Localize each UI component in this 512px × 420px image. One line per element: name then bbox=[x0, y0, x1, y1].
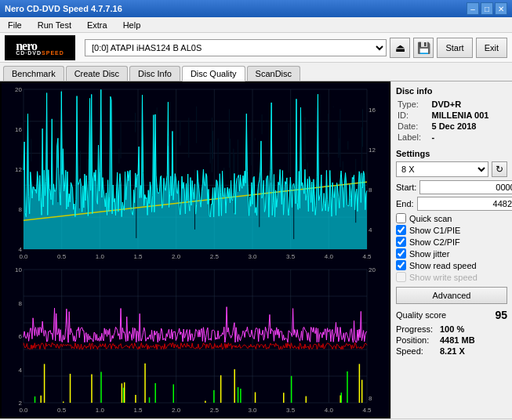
menu-run-test[interactable]: Run Test bbox=[33, 19, 76, 31]
app-title: Nero CD-DVD Speed 4.7.7.16 bbox=[5, 4, 122, 13]
advanced-button[interactable]: Advanced bbox=[396, 287, 507, 304]
save-button[interactable]: 💾 bbox=[413, 38, 434, 58]
show-c2-label: Show C2/PIF bbox=[409, 237, 460, 247]
disc-id-val: MILLENIA 001 bbox=[430, 110, 508, 121]
quality-score-row: Quality score 95 bbox=[396, 309, 507, 321]
tab-disc-quality[interactable]: Disc Quality bbox=[182, 66, 245, 81]
disc-type-val: DVD+R bbox=[430, 99, 508, 110]
show-write-speed-row: Show write speed bbox=[396, 272, 507, 282]
start-mb-row: Start: bbox=[396, 180, 507, 194]
disc-date-val: 5 Dec 2018 bbox=[430, 121, 508, 132]
disc-date-row: Date: 5 Dec 2018 bbox=[396, 121, 507, 132]
quick-scan-label: Quick scan bbox=[409, 214, 452, 223]
progress-row: Progress: 100 % bbox=[396, 324, 507, 334]
minimize-button[interactable]: – bbox=[467, 2, 479, 15]
settings-refresh-button[interactable]: ↻ bbox=[492, 161, 507, 177]
menu-help[interactable]: Help bbox=[118, 19, 146, 31]
progress-label: Progress: bbox=[396, 324, 437, 334]
progress-value: 100 % bbox=[440, 324, 464, 334]
start-button[interactable]: Start bbox=[437, 38, 472, 58]
show-c1-checkbox[interactable] bbox=[396, 225, 406, 235]
menu-bar: File Run Test Extra Help bbox=[0, 17, 512, 33]
chart1-canvas bbox=[2, 83, 389, 263]
end-mb-row: End: bbox=[396, 197, 507, 211]
speed-value: 8.21 X bbox=[440, 346, 465, 356]
disc-date-key: Date: bbox=[396, 121, 430, 132]
disc-type-key: Type: bbox=[396, 99, 430, 110]
charts-area bbox=[0, 81, 390, 418]
start-mb-input[interactable] bbox=[419, 180, 512, 194]
disc-type-row: Type: DVD+R bbox=[396, 99, 507, 110]
show-read-speed-row: Show read speed bbox=[396, 260, 507, 270]
disc-id-row: ID: MILLENIA 001 bbox=[396, 110, 507, 121]
show-write-speed-label: Show write speed bbox=[409, 273, 478, 282]
quality-score-value: 95 bbox=[495, 309, 507, 321]
speed-row: Speed: 8.21 X bbox=[396, 346, 507, 356]
right-panel: Disc info Type: DVD+R ID: MILLENIA 001 D… bbox=[390, 81, 512, 418]
show-read-speed-checkbox[interactable] bbox=[396, 260, 406, 270]
quick-scan-row: Quick scan bbox=[396, 213, 507, 223]
position-label: Position: bbox=[396, 335, 437, 345]
chart1-container bbox=[2, 83, 389, 263]
show-c1-label: Show C1/PIE bbox=[409, 226, 460, 235]
speed-select[interactable]: 8 X 4 X 12 X 16 X Max bbox=[396, 161, 488, 177]
end-mb-input[interactable] bbox=[417, 197, 512, 211]
show-jitter-label: Show jitter bbox=[409, 249, 449, 259]
show-c2-row: Show C2/PIF bbox=[396, 237, 507, 247]
quality-score-label: Quality score bbox=[396, 310, 446, 320]
tab-benchmark[interactable]: Benchmark bbox=[3, 66, 64, 81]
menu-extra[interactable]: Extra bbox=[82, 19, 112, 31]
quick-scan-checkbox[interactable] bbox=[396, 213, 406, 223]
progress-section: Progress: 100 % Position: 4481 MB Speed:… bbox=[396, 324, 507, 356]
main-content: Disc info Type: DVD+R ID: MILLENIA 001 D… bbox=[0, 81, 512, 418]
show-read-speed-label: Show read speed bbox=[409, 261, 477, 270]
toolbar: nero CD·DVDSPEED [0:0] ATAPI iHAS124 B A… bbox=[0, 33, 512, 63]
tab-create-disc[interactable]: Create Disc bbox=[66, 66, 128, 81]
disc-info-table: Type: DVD+R ID: MILLENIA 001 Date: 5 Dec… bbox=[396, 99, 507, 143]
drive-select[interactable]: [0:0] ATAPI iHAS124 B AL0S bbox=[85, 39, 387, 56]
menu-file[interactable]: File bbox=[3, 19, 27, 31]
show-c2-checkbox[interactable] bbox=[396, 237, 406, 247]
speed-setting-row: 8 X 4 X 12 X 16 X Max ↻ bbox=[396, 161, 507, 177]
position-value: 4481 MB bbox=[440, 335, 475, 345]
position-row: Position: 4481 MB bbox=[396, 335, 507, 345]
exit-button[interactable]: Exit bbox=[476, 38, 507, 58]
chart2-container bbox=[2, 263, 389, 417]
settings-title: Settings bbox=[396, 149, 507, 158]
start-mb-label: Start: bbox=[396, 183, 416, 192]
end-mb-label: End: bbox=[396, 199, 414, 208]
window-controls: – □ ✕ bbox=[467, 2, 507, 15]
disc-label-key: Label: bbox=[396, 132, 430, 143]
show-jitter-row: Show jitter bbox=[396, 248, 507, 259]
close-button[interactable]: ✕ bbox=[495, 2, 507, 15]
show-c1-row: Show C1/PIE bbox=[396, 225, 507, 235]
speed-label: Speed: bbox=[396, 346, 437, 356]
eject-button[interactable]: ⏏ bbox=[390, 38, 410, 58]
chart2-canvas bbox=[2, 263, 389, 417]
disc-label-val: - bbox=[430, 132, 508, 143]
disc-label-row: Label: - bbox=[396, 132, 507, 143]
show-write-speed-checkbox[interactable] bbox=[396, 272, 406, 282]
title-bar: Nero CD-DVD Speed 4.7.7.16 – □ ✕ bbox=[0, 0, 512, 17]
disc-id-key: ID: bbox=[396, 110, 430, 121]
nero-logo: nero CD·DVDSPEED bbox=[5, 35, 75, 60]
tabs: Benchmark Create Disc Disc Info Disc Qua… bbox=[0, 63, 512, 81]
tab-disc-info[interactable]: Disc Info bbox=[129, 66, 180, 81]
tab-scan-disc[interactable]: ScanDisc bbox=[247, 66, 300, 81]
show-jitter-checkbox[interactable] bbox=[396, 248, 406, 259]
maximize-button[interactable]: □ bbox=[481, 2, 493, 15]
disc-info-title: Disc info bbox=[396, 86, 507, 96]
